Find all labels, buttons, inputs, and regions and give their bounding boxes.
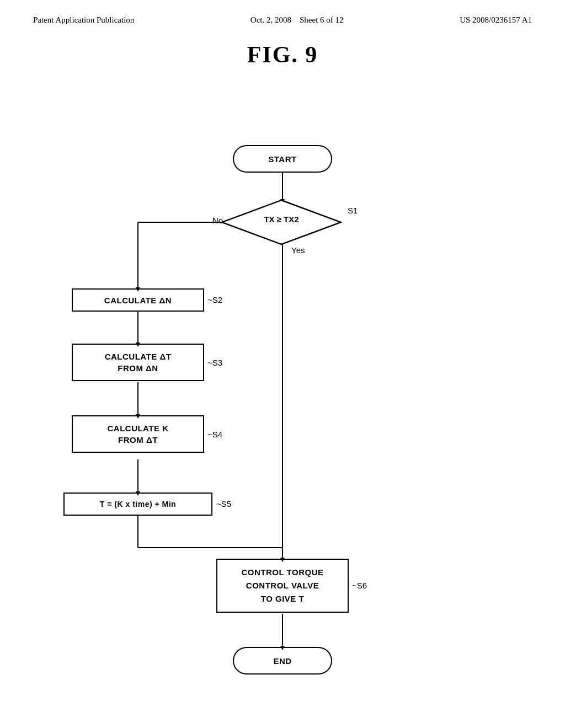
yes-label: Yes	[291, 245, 305, 255]
s4-line2: FROM ΔT	[118, 434, 158, 446]
s3-line2: FROM ΔN	[118, 362, 158, 374]
s3-box: CALCULATE ΔT FROM ΔN	[72, 344, 204, 381]
no-label: No	[212, 216, 223, 225]
s1-label: S1	[348, 206, 358, 215]
end-shape: END	[233, 647, 332, 675]
s4-box: CALCULATE K FROM ΔT	[72, 415, 204, 453]
diamond-s1: TX ≥ TX2	[221, 199, 342, 246]
s6-label: ~S6	[352, 581, 367, 590]
svg-text:TX ≥ TX2: TX ≥ TX2	[264, 215, 299, 224]
s2-label: ~S2	[207, 295, 222, 304]
s5-box: T = (K x time) + Min	[63, 493, 212, 516]
header-center: Oct. 2, 2008 Sheet 6 of 12	[250, 15, 344, 25]
s6-line1: CONTROL TORQUE	[242, 566, 324, 579]
figure-title: FIG. 9	[0, 41, 565, 68]
header-left: Patent Application Publication	[33, 15, 134, 25]
s6-line2: CONTROL VALVE	[246, 579, 319, 592]
s2-box: CALCULATE ΔN	[72, 288, 204, 312]
s6-box: CONTROL TORQUE CONTROL VALVE TO GIVE T	[216, 559, 349, 613]
s3-line1: CALCULATE ΔT	[105, 351, 172, 362]
s6-line3: TO GIVE T	[261, 592, 304, 606]
s4-label: ~S4	[207, 430, 222, 439]
s5-label: ~S5	[216, 499, 231, 508]
s3-label: ~S3	[207, 358, 222, 367]
page-header: Patent Application Publication Oct. 2, 2…	[0, 0, 565, 30]
flowchart: START TX ≥ TX2 S1 No Yes CALCULATE ΔN ~S…	[0, 73, 565, 713]
header-right: US 2008/0236157 A1	[460, 15, 532, 25]
start-shape: START	[233, 145, 332, 173]
s4-line1: CALCULATE K	[107, 422, 168, 434]
